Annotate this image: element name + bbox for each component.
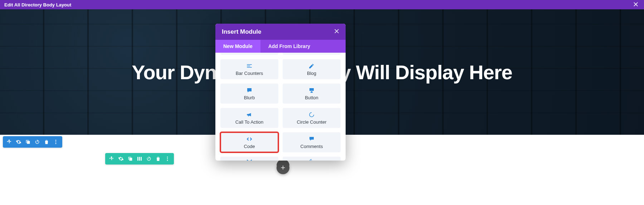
blurb-icon (246, 87, 253, 94)
module-label: Blog (307, 71, 316, 76)
module-cta[interactable]: Call To Action (220, 108, 278, 128)
columns-icon[interactable] (135, 154, 144, 163)
row-toolbar (105, 153, 174, 165)
section-toolbar (3, 136, 62, 148)
more-icon[interactable] (52, 138, 60, 146)
module-contact[interactable]: Contact (220, 157, 278, 161)
module-label: Accordion (239, 53, 260, 54)
move-icon[interactable] (107, 154, 116, 163)
module-countdown[interactable]: Countdown (283, 157, 341, 161)
module-blurb[interactable]: Blurb (220, 84, 278, 104)
comments-icon (308, 136, 315, 142)
module-label: Bar Counters (236, 71, 263, 76)
bar_counters-icon (246, 63, 253, 69)
svg-point-4 (167, 158, 168, 159)
module-button[interactable]: Button (283, 84, 341, 104)
more-icon[interactable] (163, 154, 172, 163)
module-label: Button (305, 95, 318, 100)
move-icon[interactable] (5, 138, 14, 146)
module-comments[interactable]: Comments (283, 132, 341, 152)
module-label: Code (244, 144, 255, 149)
module-label: Call To Action (235, 119, 264, 125)
svg-point-0 (55, 140, 57, 141)
module-bar_counters[interactable]: Bar Counters (220, 59, 278, 79)
page-title: Edit All Directory Body Layout (4, 2, 71, 8)
modal-title: Insert Module (222, 28, 262, 35)
module-blog[interactable]: Blog (283, 59, 341, 79)
circle_counter-icon (308, 111, 315, 118)
code-icon (246, 136, 253, 142)
close-editor-icon[interactable] (632, 1, 640, 9)
button-icon (308, 87, 315, 94)
trash-icon[interactable] (154, 154, 162, 163)
settings-icon[interactable] (117, 154, 125, 163)
svg-point-1 (55, 142, 57, 143)
top-bar: Edit All Directory Body Layout (0, 0, 644, 9)
module-label: Comments (301, 144, 323, 149)
module-accordion[interactable]: Accordion (220, 53, 278, 55)
close-modal-icon[interactable] (334, 28, 339, 35)
insert-module-modal: Insert Module New Module Add From Librar… (215, 24, 346, 161)
power-icon[interactable] (33, 138, 42, 146)
module-label: Circle Counter (297, 119, 326, 125)
module-label: Blurb (244, 95, 255, 100)
duplicate-icon[interactable] (126, 154, 135, 163)
modal-header: Insert Module (215, 24, 346, 40)
tab-add-from-library[interactable]: Add From Library (260, 40, 318, 53)
tab-new-module[interactable]: New Module (215, 40, 260, 53)
svg-point-2 (55, 143, 57, 144)
blog-icon (308, 63, 315, 69)
settings-icon[interactable] (14, 138, 23, 146)
trash-icon[interactable] (42, 138, 51, 146)
power-icon[interactable] (145, 154, 153, 163)
modal-tabs: New Module Add From Library (215, 40, 346, 53)
module-code[interactable]: Code (220, 132, 278, 152)
contact-icon (246, 158, 253, 161)
modal-body: AccordionAudioBar CountersBlogBlurbButto… (215, 53, 346, 161)
svg-point-5 (167, 160, 168, 161)
add-module-button[interactable]: + (277, 161, 289, 174)
module-circle_counter[interactable]: Circle Counter (283, 108, 341, 128)
module-label: Audio (306, 53, 317, 54)
module-audio[interactable]: Audio (283, 53, 341, 55)
countdown-icon (308, 158, 315, 161)
cta-icon (246, 111, 253, 118)
svg-point-3 (167, 157, 168, 158)
duplicate-icon[interactable] (24, 138, 32, 146)
